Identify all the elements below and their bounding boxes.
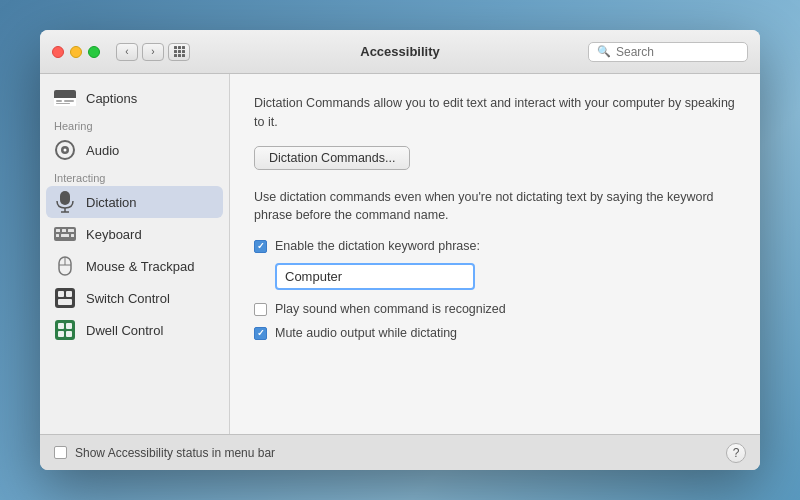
search-input[interactable] [616,45,739,59]
search-icon: 🔍 [597,45,611,58]
captions-icon [54,87,76,109]
svg-rect-27 [66,323,72,329]
svg-rect-29 [66,331,72,337]
titlebar: ‹ › Accessibility 🔍 [40,30,760,74]
maximize-button[interactable] [88,46,100,58]
sidebar-item-captions-label: Captions [86,91,137,106]
show-status-checkbox[interactable] [54,446,67,459]
minimize-button[interactable] [70,46,82,58]
mute-audio-label: Mute audio output while dictating [275,326,457,340]
sidebar-item-keyboard-label: Keyboard [86,227,142,242]
mouse-trackpad-icon [54,255,76,277]
svg-rect-13 [62,229,66,232]
mute-audio-checkbox-row: Mute audio output while dictating [254,326,736,340]
dictation-commands-button[interactable]: Dictation Commands... [254,146,410,170]
search-box[interactable]: 🔍 [588,42,748,62]
sidebar-item-dictation[interactable]: Dictation [46,186,223,218]
show-status-label: Show Accessibility status in menu bar [75,446,275,460]
mute-audio-checkbox[interactable] [254,327,267,340]
forward-button[interactable]: › [142,43,164,61]
nav-buttons: ‹ › [116,43,164,61]
play-sound-checkbox-row: Play sound when command is recognized [254,302,736,316]
audio-icon [54,139,76,161]
keyboard-icon [54,223,76,245]
svg-rect-2 [56,100,62,102]
grid-icon [174,46,185,57]
window-title: Accessibility [360,44,440,59]
sidebar-item-audio[interactable]: Audio [40,134,229,166]
sidebar-item-dwell-control-label: Dwell Control [86,323,163,338]
enable-checkbox-row: Enable the dictation keyword phrase: [254,239,736,253]
sidebar-item-dictation-label: Dictation [86,195,137,210]
enable-checkbox-label: Enable the dictation keyword phrase: [275,239,480,253]
sidebar: Captions Hearing Audio Interacting [40,74,230,434]
grid-view-button[interactable] [168,43,190,61]
keyword-input[interactable] [275,263,475,290]
sidebar-item-keyboard[interactable]: Keyboard [40,218,229,250]
traffic-lights [52,46,100,58]
help-button[interactable]: ? [726,443,746,463]
svg-rect-15 [56,234,59,237]
svg-rect-17 [71,234,74,237]
section-text: Use dictation commands even when you're … [254,188,736,226]
right-panel: Dictation Commands allow you to edit tex… [230,74,760,434]
svg-rect-4 [56,103,70,104]
play-sound-label: Play sound when command is recognized [275,302,506,316]
sidebar-item-switch-control-label: Switch Control [86,291,170,306]
sidebar-section-interacting: Interacting [40,168,229,186]
svg-point-7 [64,149,67,152]
svg-rect-14 [68,229,74,232]
sidebar-item-mouse-trackpad[interactable]: Mouse & Trackpad [40,250,229,282]
svg-rect-8 [60,191,70,205]
svg-rect-28 [58,331,64,337]
svg-rect-26 [58,323,64,329]
svg-rect-23 [66,291,72,297]
dwell-control-icon [54,319,76,341]
bottom-bar: Show Accessibility status in menu bar ? [40,434,760,470]
main-content: Captions Hearing Audio Interacting [40,74,760,434]
description-text: Dictation Commands allow you to edit tex… [254,94,736,132]
play-sound-checkbox[interactable] [254,303,267,316]
sidebar-item-switch-control[interactable]: Switch Control [40,282,229,314]
sidebar-section-hearing: Hearing [40,116,229,134]
back-button[interactable]: ‹ [116,43,138,61]
svg-rect-3 [64,100,74,102]
dictation-icon [54,191,76,213]
sidebar-item-audio-label: Audio [86,143,119,158]
sidebar-item-captions[interactable]: Captions [40,82,229,114]
svg-rect-12 [56,229,60,232]
sidebar-item-dwell-control[interactable]: Dwell Control [40,314,229,346]
svg-rect-25 [55,320,75,340]
enable-checkbox[interactable] [254,240,267,253]
svg-rect-16 [61,234,69,237]
sidebar-item-mouse-trackpad-label: Mouse & Trackpad [86,259,194,274]
svg-rect-24 [58,299,72,305]
svg-rect-22 [58,291,64,297]
main-window: ‹ › Accessibility 🔍 [40,30,760,470]
switch-control-icon [54,287,76,309]
close-button[interactable] [52,46,64,58]
